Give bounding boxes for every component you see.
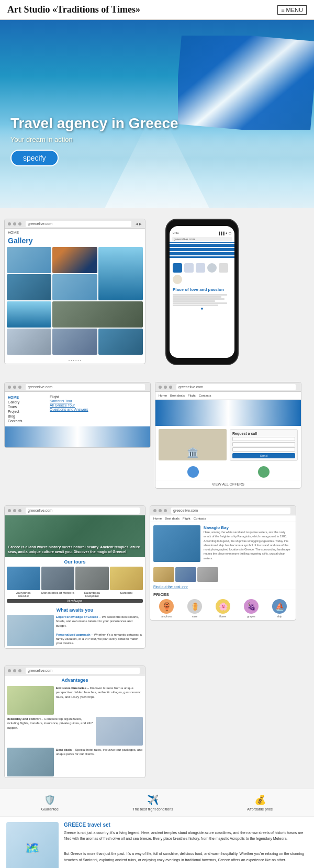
gallery-cell-4	[7, 274, 51, 300]
req-nav-contacts[interactable]: Contacts	[199, 394, 211, 397]
navagio-thumb-3	[197, 567, 218, 582]
nav-tours[interactable]: Tours	[8, 404, 43, 409]
price-tag-icon: 💰	[247, 794, 273, 806]
nav-home[interactable]: HOME	[8, 395, 43, 400]
tours-dot-1	[8, 509, 11, 512]
hero-title: Travel agency in Greece	[10, 115, 178, 132]
request-send-btn[interactable]: Send	[232, 453, 295, 458]
exclusive-title: Exclusive Itineraries –	[56, 686, 89, 690]
navagio-img	[153, 525, 200, 562]
req-dot-1	[159, 386, 162, 389]
nav-gallery[interactable]: Gallery	[8, 400, 43, 404]
request-field-1[interactable]	[232, 437, 295, 441]
flight-label: The best flight conditions	[132, 807, 173, 811]
nav-flight-link[interactable]: Flight	[183, 517, 190, 520]
request-field-2[interactable]	[232, 442, 295, 446]
advantage-row-3: Best deals – Special hotel rates, inclus…	[5, 747, 145, 777]
nav-home-link[interactable]: Home	[153, 517, 162, 520]
nav-blog[interactable]: Blog	[8, 414, 43, 419]
awaits-section: What awaits you Expert knowledge of Gree…	[5, 603, 145, 648]
ship-icon: ⛵	[272, 599, 287, 614]
phone-text-2	[173, 296, 221, 298]
tour-label-meteora: Monasteries of Meteora	[41, 591, 75, 598]
gallery-cell-10	[98, 329, 143, 355]
phone-url-bar: greecelive.com	[172, 237, 232, 241]
tour-img-santorini	[110, 567, 143, 590]
phone-icon-1	[173, 263, 182, 273]
price-amphora: 🏺 amphora	[159, 599, 174, 618]
phone-content: Place of love and passion ▼	[170, 260, 234, 313]
map-text-1: Greece is not just a country; it's a liv…	[64, 830, 308, 841]
request-form-title: Request a call	[232, 432, 295, 435]
adv-text-1: Exclusive Itineraries – Discover Greece …	[56, 686, 143, 699]
navagio-description: Here, among the white sand and turquoise…	[204, 530, 293, 560]
nav-contacts[interactable]: Contacts	[8, 419, 43, 423]
nav-santorini[interactable]: Santorini Tour	[50, 399, 147, 403]
find-cost-link[interactable]: Find out the cost >>>	[150, 584, 296, 590]
req-nav-flight[interactable]: Flight	[188, 394, 196, 397]
navagio-browser-bar: greecelive.com	[150, 506, 296, 515]
nav-contacts-link[interactable]: Contacts	[194, 517, 206, 520]
price-grapes: 🍇 grapes	[244, 599, 259, 618]
prices-icons: 🏺 amphora ⚱️ vase 🌸 flower 🍇 grapes ⛵	[153, 599, 293, 618]
prices-title: PRICES	[153, 592, 293, 597]
navagio-url: greecelive.com	[171, 508, 290, 514]
phone-section: 9:41 ▐▐▐ ✦ ⊡ greecelive.com Place of lov…	[150, 219, 254, 365]
request-hero-flag	[155, 400, 301, 426]
nav-all-greece[interactable]: All Greece Tour	[50, 403, 147, 407]
nav-qna[interactable]: Questions and Answers	[50, 408, 147, 411]
nav-best-link[interactable]: Best deals	[165, 517, 180, 520]
advantages-row: greecelive.com Advantages Exclusive Itin…	[0, 659, 314, 784]
tours-hero: Greece is a land where history meets nat…	[5, 515, 145, 557]
browser-dot-3	[18, 222, 21, 226]
specify-button[interactable]: specify	[10, 150, 59, 166]
affordable-label: Affordable price	[247, 807, 273, 811]
phone-icon-5	[219, 263, 228, 273]
phone-icon-4	[207, 263, 217, 273]
adv-text-2: Reliability and comfort – Complete trip …	[7, 717, 94, 730]
req-nav-home[interactable]: Home	[159, 394, 167, 397]
adv-dot-3	[18, 669, 21, 672]
nav-project[interactable]: Project	[8, 409, 43, 414]
gallery-dots: • • • • • •	[5, 357, 145, 364]
menu-button[interactable]: ≡ MENU	[277, 5, 307, 15]
browser-bar: greecelive.com ◀ ▶	[5, 219, 145, 229]
view-all-btn[interactable]: VIEW ALL OFFERS	[155, 480, 301, 488]
req-browser-url: greecelive.com	[176, 384, 296, 390]
tour-img-meteora	[41, 567, 75, 590]
best-deals-title: Best deals –	[56, 748, 74, 751]
nav-dot-a	[153, 509, 156, 512]
req-dot-3	[169, 386, 172, 389]
navagio-thumb-2	[175, 567, 196, 582]
tours-browser-bar: greecelive.com	[5, 506, 145, 515]
gallery-cell-1	[7, 247, 51, 273]
nav-dot-2	[13, 386, 16, 389]
nav-flight[interactable]: Flight	[50, 395, 147, 399]
phone-caret: ▼	[172, 307, 232, 311]
flower-label: flower	[219, 615, 226, 618]
gallery-cell-5	[52, 274, 97, 300]
tour-labels: ZakynthosΖάκυνθος Monasteries of Meteora…	[5, 590, 145, 599]
tour-label-kalambaka: KalambakaΚαλαμπάκα	[75, 591, 109, 598]
adv-dot-1	[8, 669, 11, 672]
vase-icon: ⚱️	[187, 599, 202, 614]
phone-icon-6	[173, 275, 182, 284]
navagio-browser: greecelive.com Home Best deals Flight Co…	[150, 505, 296, 621]
nav-dot-3	[18, 386, 21, 389]
advantages-browser: greecelive.com Advantages Exclusive Itin…	[4, 666, 145, 778]
gallery-cell-3	[98, 247, 143, 300]
phone-time: 9:41	[173, 231, 179, 235]
request-field-3[interactable]	[232, 447, 295, 452]
guarantee-item-3: 💰 Affordable price	[247, 794, 273, 811]
phone-text-1	[173, 294, 227, 296]
site-title: Art Studio «Traditions of Times»	[7, 4, 140, 15]
phone-screen: 9:41 ▐▐▐ ✦ ⊡ greecelive.com Place of lov…	[170, 226, 234, 358]
hero-section: Travel agency in Greece Your dream in ac…	[0, 20, 314, 208]
hero-flag	[178, 36, 314, 130]
req-nav-best[interactable]: Best deals	[170, 394, 185, 397]
tours-subtitle: Our tours	[5, 557, 145, 567]
map-text-2: But Greece is more than just the past. I…	[64, 851, 308, 862]
map-visual: 🗺️	[6, 822, 59, 868]
navagio-nav: Home Best deals Flight Contacts	[150, 515, 296, 522]
phone-mockup: 9:41 ▐▐▐ ✦ ⊡ greecelive.com Place of lov…	[165, 219, 239, 365]
